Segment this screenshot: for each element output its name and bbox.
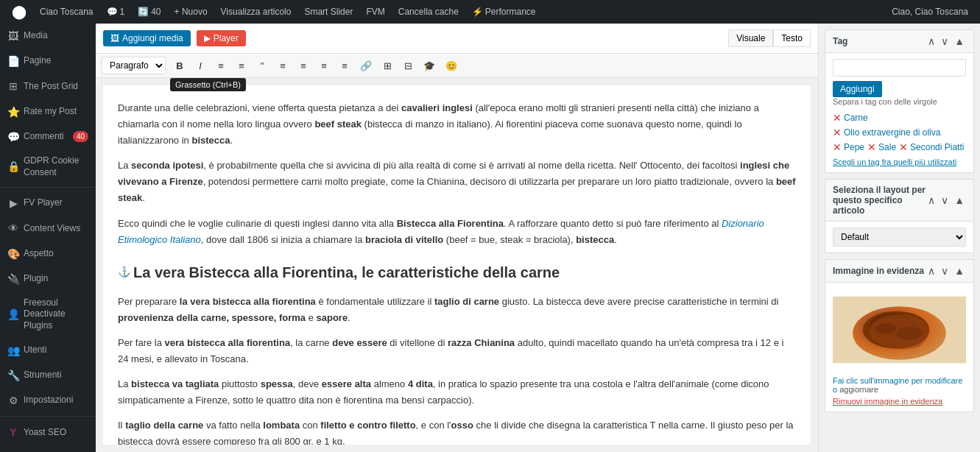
sidebar-separator xyxy=(0,416,96,417)
visuale-button[interactable]: Visuale xyxy=(728,29,773,47)
tags-header-buttons: ∧ ∨ ▲ xyxy=(926,35,966,47)
blockquote-button[interactable]: " xyxy=(253,57,272,74)
sidebar-item-commenti[interactable]: 💬 Commenti 40 xyxy=(0,124,96,149)
performance-bar[interactable]: ⚡ Performance xyxy=(468,0,540,24)
editor-area: 🖼 Aggiungi media ▶ Player Visuale Testo … xyxy=(96,24,818,452)
content-para3: Ecco quindi che le voglie culinarie di q… xyxy=(118,216,796,248)
wp-logo[interactable]: ⬤ xyxy=(7,0,31,24)
sidebar-item-impostazioni[interactable]: ⚙ Impostazioni xyxy=(0,388,96,413)
sidebar-item-label: Plugin xyxy=(24,273,88,285)
commenti-badge: 40 xyxy=(73,131,88,142)
featured-image[interactable] xyxy=(833,293,966,367)
align-center-button[interactable]: ≡ xyxy=(294,57,313,74)
remove-featured-image-link[interactable]: Rimuovi immagine in evidenza xyxy=(833,397,966,406)
featured-image-close[interactable]: ▲ xyxy=(953,265,966,277)
updates-count[interactable]: 🔄 40 xyxy=(133,0,165,24)
sidebar-item-utenti[interactable]: 👥 Utenti xyxy=(0,338,96,363)
aggiungi-button[interactable]: Aggiungi xyxy=(833,81,882,97)
tag-input[interactable] xyxy=(833,59,966,77)
layout-panel-header: Seleziona il layout per questo specifico… xyxy=(825,180,973,222)
paragraph-select[interactable]: Paragrafo xyxy=(102,57,166,74)
layout-collapse-down[interactable]: ∨ xyxy=(940,194,950,206)
site-name[interactable]: Ciao Toscana xyxy=(35,0,98,24)
sidebar-item-matomo[interactable]: 📊 Matomo Analytics xyxy=(0,445,96,452)
commenti-icon: 💬 xyxy=(7,130,19,144)
align-left-button[interactable]: ≡ xyxy=(273,57,292,74)
sidebar-item-yoast[interactable]: Y Yoast SEO xyxy=(0,420,96,445)
tag-secondi-remove[interactable]: ✕ xyxy=(899,141,908,153)
editor-content[interactable]: Durante una delle celebrazioni, viene of… xyxy=(103,85,811,445)
tag-sale: ✕ Sale xyxy=(867,141,896,153)
featured-image-collapse-down[interactable]: ∨ xyxy=(940,265,950,277)
layout-select[interactable]: Default xyxy=(833,227,966,247)
testo-button[interactable]: Testo xyxy=(773,29,811,47)
sidebar-item-label: Content Views xyxy=(24,223,88,235)
sidebar-item-the-post-grid[interactable]: ⊞ The Post Grid xyxy=(0,74,96,99)
sidebar-item-label: FV Player xyxy=(24,197,88,209)
sidebar-item-label: The Post Grid xyxy=(24,81,88,93)
featured-image-container[interactable] xyxy=(833,289,966,373)
smart-slider-bar[interactable]: Smart Slider xyxy=(300,0,357,24)
view-article[interactable]: Visualizza articolo xyxy=(216,0,296,24)
layout-close[interactable]: ▲ xyxy=(953,194,966,206)
table2-button[interactable]: ⊟ xyxy=(398,57,417,74)
sidebar-item-strumenti[interactable]: 🔧 Strumenti xyxy=(0,363,96,388)
unordered-list-button[interactable]: ≡ xyxy=(211,57,230,74)
featured-image-collapse-up[interactable]: ∧ xyxy=(926,265,937,277)
fvm-bar[interactable]: FVM xyxy=(362,0,389,24)
sidebar-item-pagine[interactable]: 📄 Pagine xyxy=(0,49,96,74)
tags-more-link[interactable]: Scegli un tag fra quelli più utilizzati xyxy=(833,158,966,166)
clear-cache-bar[interactable]: Cancella cache xyxy=(394,0,463,24)
sidebar-item-plugin[interactable]: 🔌 Plugin xyxy=(0,266,96,292)
main-layout: 🖼 Media 📄 Pagine ⊞ The Post Grid ⭐ Rate … xyxy=(0,24,980,452)
layout-panel-body: Default xyxy=(825,222,973,253)
add-media-button[interactable]: 🖼 Aggiungi media xyxy=(103,30,191,46)
ordered-list-button[interactable]: ≡ xyxy=(232,57,251,74)
tag-pepe-remove[interactable]: ✕ xyxy=(833,141,842,153)
tag-note: Separa i tag con delle virgole xyxy=(833,97,966,106)
user-greeting[interactable]: Ciao, Ciao Toscana xyxy=(887,0,973,24)
sidebar-item-label: Strumenti xyxy=(24,370,88,381)
tag-carne-remove[interactable]: ✕ xyxy=(833,112,842,124)
italic-button[interactable]: I xyxy=(191,57,210,74)
rate-my-post-icon: ⭐ xyxy=(7,105,19,119)
player-button[interactable]: ▶ Player xyxy=(197,30,246,46)
tags-title: Tag xyxy=(833,36,847,46)
impostazioni-icon: ⚙ xyxy=(7,394,19,407)
media-icon: 🖼 xyxy=(7,29,19,43)
align-right-button[interactable]: ≡ xyxy=(314,57,334,74)
tag-pepe-label: Pepe xyxy=(844,142,864,152)
tags-panel-body: Aggiungi Separa i tag con delle virgole … xyxy=(825,53,973,172)
featured-image-note: Fai clic sull'immagine per modificare o … xyxy=(833,376,966,394)
sidebar-item-freesoul[interactable]: 👤 Freesoul Deactivate Plugins xyxy=(0,292,96,338)
tags-collapse-up[interactable]: ∧ xyxy=(926,35,937,47)
table-button[interactable]: ⊞ xyxy=(378,57,397,74)
tags-panel-header: Tag ∧ ∨ ▲ xyxy=(825,30,973,53)
sidebar-item-label: Impostazioni xyxy=(24,395,88,406)
sidebar-item-label: Media xyxy=(24,30,88,42)
sidebar-item-label: Commenti xyxy=(24,131,68,143)
format3-button[interactable]: 🎓 xyxy=(419,57,440,74)
yoast-icon: Y xyxy=(7,425,19,439)
sidebar-item-rate-my-post[interactable]: ⭐ Rate my Post xyxy=(0,99,96,124)
new-button[interactable]: + Nuovo xyxy=(170,0,212,24)
tag-olio-remove[interactable]: ✕ xyxy=(833,127,842,138)
sidebar-item-media[interactable]: 🖼 Media xyxy=(0,24,96,49)
bold-button[interactable]: B xyxy=(170,57,189,74)
align-justify-button[interactable]: ≡ xyxy=(335,57,354,74)
gdpr-icon: 🔒 xyxy=(7,160,19,173)
link-button[interactable]: 🔗 xyxy=(356,57,376,74)
emoji-button[interactable]: 😊 xyxy=(441,57,462,74)
wp-logo-icon: ⬤ xyxy=(12,4,27,20)
sidebar-item-fv-player[interactable]: ▶ FV Player xyxy=(0,191,96,216)
sidebar-item-gdpr[interactable]: 🔒 GDPR Cookie Consent xyxy=(0,149,96,184)
sidebar-item-content-views[interactable]: 👁 Content Views xyxy=(0,216,96,241)
site-name-label: Ciao Toscana xyxy=(40,7,94,17)
comments-count[interactable]: 💬 1 xyxy=(102,0,130,24)
svg-point-6 xyxy=(896,326,923,339)
tags-close[interactable]: ▲ xyxy=(953,35,966,47)
layout-collapse-up[interactable]: ∧ xyxy=(926,194,937,206)
tags-collapse-down[interactable]: ∨ xyxy=(940,35,950,47)
tag-sale-remove[interactable]: ✕ xyxy=(867,141,876,153)
sidebar-item-aspetto[interactable]: 🎨 Aspetto xyxy=(0,241,96,266)
